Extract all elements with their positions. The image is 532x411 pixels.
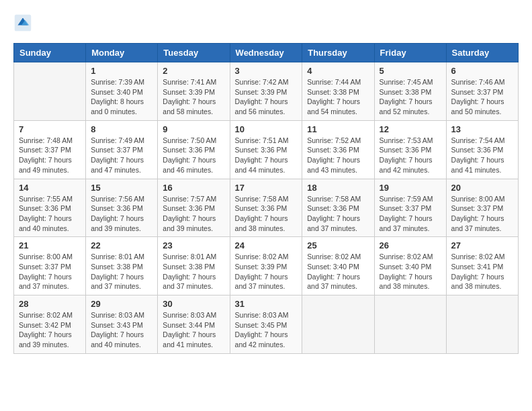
day-number: 19: [380, 183, 441, 193]
day-info: Sunrise: 7:55 AMSunset: 3:36 PMDaylight:…: [19, 194, 81, 234]
day-cell: 18Sunrise: 7:58 AMSunset: 3:36 PMDayligh…: [302, 179, 374, 237]
week-row-3: 14Sunrise: 7:55 AMSunset: 3:36 PMDayligh…: [14, 179, 519, 237]
day-number: 28: [19, 299, 81, 309]
day-info: Sunrise: 7:41 AMSunset: 3:39 PMDaylight:…: [163, 77, 224, 117]
day-info: Sunrise: 7:44 AMSunset: 3:38 PMDaylight:…: [307, 77, 369, 117]
day-cell: 8Sunrise: 7:49 AMSunset: 3:37 PMDaylight…: [86, 120, 158, 179]
day-info: Sunrise: 7:54 AMSunset: 3:36 PMDaylight:…: [451, 136, 513, 175]
header-saturday: Saturday: [446, 44, 518, 62]
day-number: 29: [91, 299, 152, 309]
day-info: Sunrise: 8:03 AMSunset: 3:44 PMDaylight:…: [163, 310, 224, 350]
day-number: 7: [19, 124, 81, 134]
day-cell: 22Sunrise: 8:01 AMSunset: 3:38 PMDayligh…: [86, 237, 158, 295]
week-row-1: 1Sunrise: 7:39 AMSunset: 3:40 PMDaylight…: [14, 62, 519, 121]
day-cell: [446, 295, 518, 354]
day-cell: 25Sunrise: 8:02 AMSunset: 3:40 PMDayligh…: [302, 237, 374, 295]
day-number: 2: [163, 66, 224, 76]
day-cell: 7Sunrise: 7:48 AMSunset: 3:37 PMDaylight…: [14, 120, 86, 179]
day-cell: 20Sunrise: 8:00 AMSunset: 3:37 PMDayligh…: [446, 179, 518, 237]
day-info: Sunrise: 7:57 AMSunset: 3:36 PMDaylight:…: [163, 194, 224, 234]
day-cell: 31Sunrise: 8:03 AMSunset: 3:45 PMDayligh…: [230, 295, 302, 354]
day-number: 3: [235, 66, 298, 76]
day-number: 13: [451, 124, 513, 134]
day-cell: 28Sunrise: 8:02 AMSunset: 3:42 PMDayligh…: [14, 295, 86, 354]
day-number: 24: [235, 240, 298, 250]
week-row-2: 7Sunrise: 7:48 AMSunset: 3:37 PMDaylight…: [14, 120, 519, 179]
header-sunday: Sunday: [14, 44, 86, 62]
day-cell: [374, 295, 446, 354]
day-info: Sunrise: 8:03 AMSunset: 3:43 PMDaylight:…: [91, 310, 152, 350]
day-number: 14: [19, 183, 81, 193]
day-number: 16: [163, 183, 224, 193]
week-row-4: 21Sunrise: 8:00 AMSunset: 3:37 PMDayligh…: [14, 237, 519, 295]
day-info: Sunrise: 7:58 AMSunset: 3:36 PMDaylight:…: [307, 194, 369, 234]
day-info: Sunrise: 8:00 AMSunset: 3:37 PMDaylight:…: [451, 194, 513, 234]
day-info: Sunrise: 7:52 AMSunset: 3:36 PMDaylight:…: [307, 136, 369, 175]
day-info: Sunrise: 8:02 AMSunset: 3:40 PMDaylight:…: [307, 252, 369, 291]
day-cell: 13Sunrise: 7:54 AMSunset: 3:36 PMDayligh…: [446, 120, 518, 179]
day-number: 5: [380, 66, 441, 76]
day-number: 26: [380, 240, 441, 250]
day-cell: 2Sunrise: 7:41 AMSunset: 3:39 PMDaylight…: [158, 62, 230, 121]
day-cell: 24Sunrise: 8:02 AMSunset: 3:39 PMDayligh…: [230, 237, 302, 295]
day-number: 15: [91, 183, 152, 193]
header-thursday: Thursday: [302, 44, 374, 62]
day-cell: 1Sunrise: 7:39 AMSunset: 3:40 PMDaylight…: [86, 62, 158, 121]
day-info: Sunrise: 7:51 AMSunset: 3:36 PMDaylight:…: [235, 136, 298, 175]
day-cell: 3Sunrise: 7:42 AMSunset: 3:39 PMDaylight…: [230, 62, 302, 121]
day-cell: 12Sunrise: 7:53 AMSunset: 3:36 PMDayligh…: [374, 120, 446, 179]
day-number: 8: [91, 124, 152, 134]
day-info: Sunrise: 7:59 AMSunset: 3:37 PMDaylight:…: [380, 194, 441, 234]
header-tuesday: Tuesday: [158, 44, 230, 62]
day-info: Sunrise: 7:53 AMSunset: 3:36 PMDaylight:…: [380, 136, 441, 175]
day-cell: 6Sunrise: 7:46 AMSunset: 3:37 PMDaylight…: [446, 62, 518, 121]
day-cell: 30Sunrise: 8:03 AMSunset: 3:44 PMDayligh…: [158, 295, 230, 354]
day-cell: 15Sunrise: 7:56 AMSunset: 3:36 PMDayligh…: [86, 179, 158, 237]
day-cell: 21Sunrise: 8:00 AMSunset: 3:37 PMDayligh…: [14, 237, 86, 295]
header-wednesday: Wednesday: [230, 44, 302, 62]
day-cell: [302, 295, 374, 354]
day-cell: 19Sunrise: 7:59 AMSunset: 3:37 PMDayligh…: [374, 179, 446, 237]
week-row-5: 28Sunrise: 8:02 AMSunset: 3:42 PMDayligh…: [14, 295, 519, 354]
day-cell: 27Sunrise: 8:02 AMSunset: 3:41 PMDayligh…: [446, 237, 518, 295]
day-info: Sunrise: 7:46 AMSunset: 3:37 PMDaylight:…: [451, 77, 513, 117]
day-cell: 23Sunrise: 8:01 AMSunset: 3:38 PMDayligh…: [158, 237, 230, 295]
header-friday: Friday: [374, 44, 446, 62]
day-info: Sunrise: 7:39 AMSunset: 3:40 PMDaylight:…: [91, 77, 152, 117]
day-cell: 5Sunrise: 7:45 AMSunset: 3:38 PMDaylight…: [374, 62, 446, 121]
day-info: Sunrise: 8:02 AMSunset: 3:39 PMDaylight:…: [235, 252, 298, 291]
day-info: Sunrise: 7:50 AMSunset: 3:36 PMDaylight:…: [163, 136, 224, 175]
day-number: 6: [451, 66, 513, 76]
day-cell: 29Sunrise: 8:03 AMSunset: 3:43 PMDayligh…: [86, 295, 158, 354]
day-info: Sunrise: 8:02 AMSunset: 3:40 PMDaylight:…: [380, 252, 441, 291]
day-info: Sunrise: 7:42 AMSunset: 3:39 PMDaylight:…: [235, 77, 298, 117]
day-cell: 11Sunrise: 7:52 AMSunset: 3:36 PMDayligh…: [302, 120, 374, 179]
day-cell: 14Sunrise: 7:55 AMSunset: 3:36 PMDayligh…: [14, 179, 86, 237]
day-number: 23: [163, 240, 224, 250]
day-number: 4: [307, 66, 369, 76]
day-info: Sunrise: 7:49 AMSunset: 3:37 PMDaylight:…: [91, 136, 152, 175]
day-cell: 26Sunrise: 8:02 AMSunset: 3:40 PMDayligh…: [374, 237, 446, 295]
day-info: Sunrise: 8:02 AMSunset: 3:42 PMDaylight:…: [19, 310, 81, 350]
day-info: Sunrise: 8:02 AMSunset: 3:41 PMDaylight:…: [451, 252, 513, 291]
page-header: [13, 13, 519, 32]
day-cell: 17Sunrise: 7:58 AMSunset: 3:36 PMDayligh…: [230, 179, 302, 237]
day-number: 21: [19, 240, 81, 250]
day-info: Sunrise: 7:58 AMSunset: 3:36 PMDaylight:…: [235, 194, 298, 234]
day-info: Sunrise: 8:01 AMSunset: 3:38 PMDaylight:…: [163, 252, 224, 291]
day-info: Sunrise: 7:56 AMSunset: 3:36 PMDaylight:…: [91, 194, 152, 234]
day-number: 30: [163, 299, 224, 309]
day-number: 9: [163, 124, 224, 134]
day-number: 11: [307, 124, 369, 134]
day-info: Sunrise: 7:48 AMSunset: 3:37 PMDaylight:…: [19, 136, 81, 175]
day-number: 1: [91, 66, 152, 76]
day-number: 27: [451, 240, 513, 250]
calendar-table: SundayMondayTuesdayWednesdayThursdayFrid…: [13, 43, 519, 354]
day-info: Sunrise: 7:45 AMSunset: 3:38 PMDaylight:…: [380, 77, 441, 117]
day-cell: 10Sunrise: 7:51 AMSunset: 3:36 PMDayligh…: [230, 120, 302, 179]
day-info: Sunrise: 8:00 AMSunset: 3:37 PMDaylight:…: [19, 252, 81, 291]
day-cell: 9Sunrise: 7:50 AMSunset: 3:36 PMDaylight…: [158, 120, 230, 179]
header-monday: Monday: [86, 44, 158, 62]
header-row: SundayMondayTuesdayWednesdayThursdayFrid…: [14, 44, 519, 62]
day-cell: [14, 62, 86, 121]
